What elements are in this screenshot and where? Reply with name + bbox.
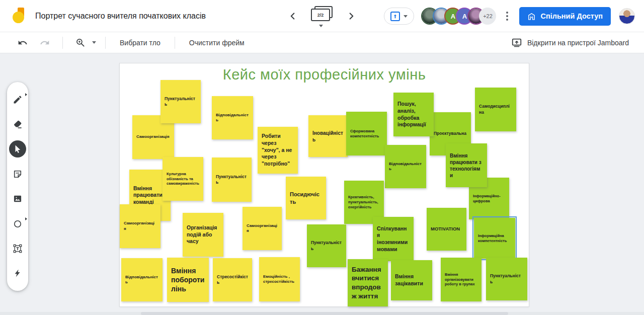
laser-tool[interactable]	[9, 265, 26, 282]
sticky-note[interactable]: Спілкування іноземними мовами	[373, 217, 414, 261]
sticky-note[interactable]: Відповідальність	[385, 145, 426, 188]
sticky-note-text: Відповідальність	[216, 113, 249, 123]
notes-layer: СамоорганізаціяПунктуальністьВідповідаль…	[120, 63, 529, 306]
redo-icon	[40, 38, 50, 48]
sticky-note[interactable]: Вміння зацікавити	[391, 260, 432, 300]
canvas-frame[interactable]: Кейс моїх професійних умінь Самоорганіза…	[119, 63, 529, 307]
shape-tool[interactable]	[9, 215, 26, 232]
frame-toolbar: Вибрати тло Очистити фрейм Відкрити на п…	[0, 32, 644, 53]
sticky-note-text: Стресостійкість	[217, 274, 248, 285]
profile-avatar[interactable]	[619, 8, 635, 24]
collaborator-avatars: AA+22	[422, 9, 495, 24]
sticky-note[interactable]: Сформована компетентність	[346, 112, 387, 155]
sticky-note-text: Самоорганізація	[124, 221, 156, 231]
zoom-button[interactable]	[72, 35, 89, 50]
sticky-note-text: Інформаційна компетентність	[478, 233, 511, 244]
sticky-note[interactable]: Вміння побороти лінь	[167, 258, 209, 302]
more-options-button[interactable]	[503, 11, 511, 22]
sticky-note[interactable]: MOTIVATION	[427, 208, 466, 251]
sticky-note-text: Іноваційність	[312, 130, 344, 143]
sticky-note[interactable]: Пунктуальність	[307, 224, 346, 267]
sticky-note-text: Креативність, пунктуальність, енергійніс…	[348, 195, 380, 209]
sticky-note[interactable]: Вміння організовувати роботу в групах	[441, 258, 481, 301]
sticky-note-text: Робити через "хочу", а не через "потрібн…	[262, 133, 294, 167]
sticky-note-text: Проєктувальна	[434, 131, 467, 136]
sticky-note[interactable]: Пошук, аналіз, обробка інформації	[393, 93, 434, 136]
image-icon	[13, 194, 23, 204]
sticky-note[interactable]: Емоційність , стресостійкість	[259, 257, 300, 301]
sticky-note-text: Пунктуальність	[165, 96, 197, 107]
image-tool[interactable]	[9, 190, 26, 207]
sticky-note[interactable]: Іноваційність	[308, 115, 348, 157]
sticky-note-text: Вміння побороти лінь	[171, 266, 205, 294]
eraser-icon	[13, 119, 23, 129]
share-icon	[527, 12, 536, 21]
select-icon	[13, 144, 22, 153]
sticky-note-text: Самоорганізація	[136, 134, 170, 139]
select-tool[interactable]	[9, 140, 26, 158]
sticky-note[interactable]: Самоорганізація	[243, 207, 282, 250]
sticky-note-text: Пунктуальність	[490, 273, 523, 284]
share-button-label: Спільний Доступ	[540, 12, 603, 20]
overflow-count-avatar[interactable]: +22	[480, 9, 495, 24]
expand-frames-icon	[319, 25, 323, 27]
sticky-note[interactable]: Самодисципліна	[475, 88, 516, 131]
sticky-note-text: Самодисципліна	[479, 104, 512, 115]
text-box-tool[interactable]	[9, 240, 26, 257]
flyout-arrow-icon	[25, 93, 27, 96]
next-frame-button[interactable]	[345, 10, 358, 23]
sticky-note[interactable]: Відповідальність	[121, 258, 163, 301]
pen-tool[interactable]	[9, 91, 26, 108]
share-button[interactable]: Спільний Доступ	[519, 7, 611, 26]
sticky-note-text: Пошук, аналіз, обробка інформації	[397, 101, 430, 128]
zoom-dropdown-icon	[92, 41, 96, 44]
jamboard-device-icon	[511, 37, 522, 48]
sticky-note-text: Пунктуальність	[216, 174, 248, 185]
sticky-note[interactable]: Пунктуальність	[160, 80, 201, 123]
sticky-note[interactable]: Культурна обізнаність та самовираженість	[163, 157, 203, 201]
sticky-note-text: Організація подій або часу	[187, 224, 219, 245]
sticky-note-text: Вміння працювати з технологіями	[450, 152, 483, 179]
sticky-note[interactable]: Самоорганізація	[120, 204, 160, 248]
redo-button[interactable]	[36, 35, 53, 50]
sticky-note-text: Сформована компетентність	[350, 129, 383, 139]
sticky-note[interactable]: Робити через "хочу", а не через "потрібн…	[258, 127, 298, 174]
sticky-note-selected[interactable]: Інформаційна компетентність	[474, 218, 515, 259]
present-icon	[390, 12, 400, 21]
document-title[interactable]: Портрет сучасного вчителя початкових кла…	[35, 12, 206, 21]
sticky-note[interactable]: Стресостійкість	[213, 258, 252, 301]
horizontal-scrollbar[interactable]	[0, 312, 644, 315]
sticky-note[interactable]: Пунктуальність	[212, 158, 252, 202]
flyout-arrow-icon	[25, 217, 27, 220]
sticky-note-text: Пунктуальність	[311, 240, 342, 251]
open-on-device-label: Відкрити на пристрої Jamboard	[527, 39, 629, 47]
sticky-note[interactable]: Бажання вчитися впродовж життя	[348, 259, 388, 306]
zoom-in-icon	[75, 38, 86, 48]
jamboard-logo-icon[interactable]	[11, 8, 28, 25]
sticky-note[interactable]: Відповідальність	[212, 96, 253, 139]
sticky-note-icon	[13, 169, 23, 179]
sticky-note[interactable]: Організація подій або часу	[183, 213, 223, 257]
undo-button[interactable]	[14, 35, 31, 50]
sticky-note[interactable]: Посидючість	[286, 177, 326, 219]
sticky-note[interactable]: Пунктуальність	[486, 258, 527, 300]
sticky-note-text: Спілкування іноземними мовами	[377, 225, 410, 253]
sticky-note-text: Вміння організовувати роботу в групах	[445, 272, 477, 287]
chevron-left-icon	[287, 11, 298, 22]
frame-selector[interactable]: 2/2	[310, 6, 334, 26]
clear-frame-button[interactable]: Очистити фрейм	[184, 36, 250, 50]
zoom-control[interactable]	[72, 35, 96, 50]
present-button[interactable]	[384, 8, 414, 25]
sticky-note-tool[interactable]	[9, 166, 26, 183]
pen-icon	[13, 95, 23, 105]
laser-icon	[13, 268, 23, 278]
previous-frame-button[interactable]	[286, 10, 299, 23]
set-background-button[interactable]: Вибрати тло	[115, 36, 166, 50]
sticky-note-text: MOTIVATION	[431, 226, 462, 232]
eraser-tool[interactable]	[9, 116, 26, 133]
open-on-device-button[interactable]: Відкрити на пристрої Jamboard	[511, 37, 644, 48]
sticky-note[interactable]: Вміння працювати з технологіями	[446, 143, 487, 187]
shape-icon	[13, 219, 23, 229]
chevron-right-icon	[346, 11, 357, 22]
scrollbar-thumb[interactable]	[141, 312, 508, 315]
